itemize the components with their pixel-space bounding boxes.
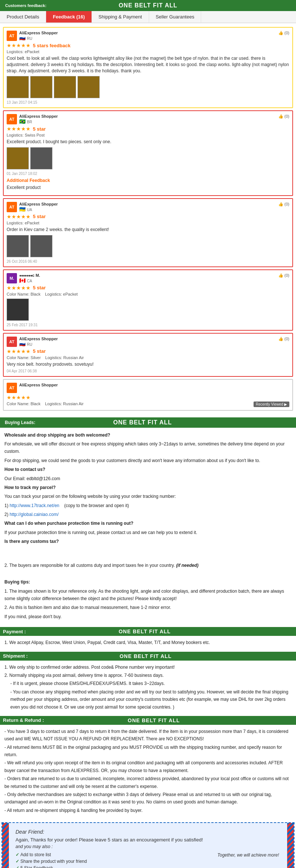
review-image[interactable] — [7, 147, 29, 169]
review-image[interactable] — [30, 76, 52, 98]
feedback-section: 👍 (0) AT AliExpress Shopper 🇷🇺RU ★★★★★ 5… — [0, 23, 296, 414]
check-share: Share the product with your friend — [16, 859, 280, 864]
bl-line: 1) http://www.17track.net/en (copy to th… — [4, 502, 292, 509]
together-text: Together, we will achieve more! — [217, 852, 279, 858]
feedback-label: 5 star — [33, 348, 46, 354]
shipment-line: - You can choose any shipping method whe… — [10, 688, 292, 711]
bl-line: 2) http://global.cainiao.com/ — [4, 511, 292, 518]
return-line: - All return and re-shipment shipping & … — [4, 807, 292, 814]
reviewer-country: 🇷🇺RU — [19, 341, 58, 347]
review-card: 👍 (0) AT AliExpress Shopper 🇷🇺RU ★★★★★ 5… — [3, 333, 293, 377]
return-refund-header: Return & Refund : ONE BELT FIT ALL — [0, 716, 296, 725]
review-date: 04 Apr 2017 06:38 — [7, 369, 289, 373]
payment-header: Payment : ONE BELT FIT ALL — [0, 627, 296, 636]
bl-line: What can I do when purchase protection t… — [4, 520, 292, 527]
review-text: Very nice belt. horoshy prodovets. sovet… — [7, 361, 289, 368]
dear-friend: Dear Friend: — [16, 829, 280, 835]
avatar: AT — [7, 202, 17, 212]
review-text: Cool belt. to look at all well. the clas… — [7, 55, 289, 74]
thanks-line: Again, Thanks for your order! Please lea… — [16, 837, 280, 843]
avatar: AT — [7, 114, 17, 124]
review-card: 👍 (0) AT AliExpress Shopper 🇧🇷BR ★★★★★ 5… — [3, 110, 293, 196]
track-link-1[interactable]: http://www.17track.net/en — [10, 503, 59, 508]
bl-line: Our Email: edbltd@126.com — [4, 475, 292, 482]
buying-leads-label: Buying Leads: — [2, 420, 35, 425]
review-card: 👍 (0) M. ●●●●●●●c M. 🇨🇦CA ★★★★★ 5 star C… — [3, 269, 293, 331]
buying-leads-content: Wholesale and drop shipping are both wel… — [0, 428, 296, 626]
like-button[interactable]: 👍 (0) — [278, 114, 290, 119]
review-image[interactable] — [54, 76, 76, 98]
review-date: 26 Oct 2016 06:40 — [7, 259, 289, 264]
review-images — [7, 299, 289, 321]
review-text: Excellent product. I bought two pieces. … — [7, 139, 289, 145]
review-images — [7, 235, 289, 257]
reviewer-country: 🇨🇦CA — [19, 278, 40, 283]
track-link-2[interactable]: http://global.cainiao.com/ — [10, 512, 59, 517]
star-rating: ★★★★★ — [7, 214, 31, 220]
review-text: Order in Kiev came 2 weeks. the quality … — [7, 227, 289, 233]
review-card: 👍 (0) AT AliExpress Shopper 🇺🇦UA ★★★★★ 5… — [3, 198, 293, 267]
feedback-label: 5 star — [33, 214, 46, 219]
payment-line: 1. We accept Alipay, Escrow, West Union,… — [4, 639, 292, 646]
feedback-label: 5 stars feedback — [33, 43, 70, 48]
review-date: 25 Feb 2017 19:31 — [7, 323, 289, 327]
feedback-label: 5 star — [33, 126, 46, 132]
logistics: Color Name: Black Logistics: ePacket — [7, 292, 289, 296]
like-button[interactable]: 👍 (0) — [278, 337, 290, 341]
avatar: AT — [7, 337, 17, 347]
review-image[interactable] — [7, 76, 29, 98]
review-image[interactable] — [30, 235, 52, 257]
return-line: - Only defective merchandises are subjec… — [4, 791, 292, 806]
star-rating: ★★★★★ — [7, 285, 31, 291]
bl-line: How to contact us? — [4, 466, 292, 473]
like-button[interactable]: 👍 (0) — [278, 31, 290, 35]
logistics: Color Name: Black Logistics: Russian Air — [7, 402, 289, 406]
logistics: Color Name: Silver Logistics: Russian Ai… — [7, 355, 289, 360]
reviewer-info: AT AliExpress Shopper — [7, 383, 289, 393]
bl-line: For drop shipping, we could send the goo… — [4, 457, 292, 464]
shipment-header: Shipment : ONE BELT FIT ALL — [0, 652, 296, 661]
additional-feedback-label: Additional Feedback — [7, 178, 289, 183]
logistics: Logistics: ePacket — [7, 221, 289, 225]
return-line: - You have 3 days to contact us and 7 da… — [4, 728, 292, 743]
like-button[interactable]: 👍 (0) — [278, 273, 290, 278]
bl-line: You can track your parcel on the followi… — [4, 493, 292, 500]
like-button[interactable]: 👍 (0) — [278, 202, 290, 207]
bl-line: 1. The images shown is for your referenc… — [4, 588, 292, 603]
return-label: Return & Refund : — [3, 717, 44, 723]
shipment-content: 1. We only ship to confirmed order addre… — [0, 661, 296, 714]
review-image[interactable] — [7, 299, 29, 321]
header-brand: ONE BELT FIT ALL — [118, 2, 177, 9]
tab-feedback[interactable]: Feedback (16) — [46, 11, 92, 23]
review-images — [7, 147, 289, 169]
reviewer-name: AliExpress Shopper — [19, 383, 58, 387]
reviewer-info: AT AliExpress Shopper 🇷🇺RU — [7, 337, 289, 347]
return-refund-content: - You have 3 days to contact us and 7 da… — [0, 725, 296, 818]
recently-viewed-button[interactable]: Recently Viewed ▶ — [254, 402, 289, 407]
reviewer-info: AT AliExpress Shopper 🇺🇦UA — [7, 202, 289, 212]
reviewer-info: AT AliExpress Shopper 🇷🇺RU — [7, 31, 289, 41]
payment-content: 1. We accept Alipay, Escrow, West Union,… — [0, 636, 296, 650]
reviewer-country: 🇷🇺RU — [19, 35, 58, 41]
bl-line: For wholesale, we will offer discount or… — [4, 440, 292, 455]
return-line: - We will refund you only upon receipt o… — [4, 759, 292, 774]
review-image[interactable] — [30, 147, 52, 169]
review-image[interactable] — [7, 235, 29, 257]
page-header: Customers feedback: ONE BELT FIT ALL — [0, 0, 296, 11]
bl-line: Wholesale and drop shipping are both wel… — [4, 431, 292, 439]
tab-seller-guarantees[interactable]: Seller Guarantees — [149, 11, 202, 23]
return-line: - All returned items MUST BE in the orig… — [4, 744, 292, 759]
reviewer-name: ●●●●●●●c M. — [19, 273, 40, 278]
you-may: and you may also : — [16, 844, 280, 849]
reviewer-info: AT AliExpress Shopper 🇧🇷BR — [7, 114, 289, 124]
review-image[interactable] — [78, 76, 100, 98]
tab-product-details[interactable]: Product Details — [0, 11, 46, 23]
review-images — [7, 76, 289, 98]
tab-shipping-payment[interactable]: Shipping & Payment — [92, 11, 149, 23]
logistics: Logistics: ePacket — [7, 49, 289, 54]
star-rating: ★★★★★ — [7, 348, 31, 354]
payment-label: Payment : — [3, 629, 26, 634]
reviewer-country: 🇺🇦UA — [19, 206, 58, 212]
buying-leads-brand: ONE BELT FIT ALL — [113, 419, 172, 426]
buying-leads-header: Buying Leads: ONE BELT FIT ALL — [0, 417, 296, 428]
